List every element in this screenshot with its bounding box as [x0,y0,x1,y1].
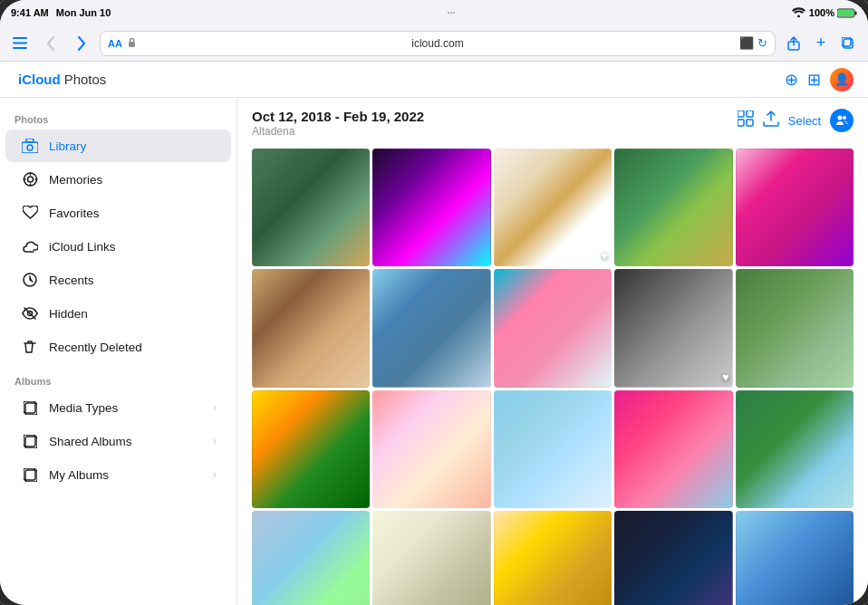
svg-rect-6 [13,47,27,49]
sidebar-item-library[interactable]: Library [5,130,231,162]
icloud-logo: iCloud Photos [14,72,106,87]
my-albums-icon [20,465,40,485]
photo-cell-19[interactable] [614,511,732,605]
media-types-label: Media Types [49,401,118,415]
svg-rect-5 [13,43,27,44]
forward-button[interactable] [69,31,94,56]
photos-label: Photos [64,72,107,87]
photo-cell-14[interactable] [614,390,732,508]
photo-cell-12[interactable] [372,390,490,508]
people-icon[interactable] [830,109,854,132]
svg-rect-11 [22,142,38,153]
photo-cell-11[interactable] [252,390,370,508]
avatar-icon[interactable]: 👤 [830,68,854,91]
svg-point-0 [797,14,800,17]
back-button[interactable] [38,31,63,56]
status-date: Mon Jun 10 [56,7,111,18]
location-label: Altadena [252,125,424,138]
memories-label: Memories [49,173,102,187]
svg-rect-7 [129,42,135,47]
select-button[interactable]: Select [788,114,821,128]
svg-rect-2 [854,12,856,15]
favorites-icon [20,203,40,223]
photo-cell-4[interactable] [614,149,732,266]
tabs-button[interactable] [835,31,861,56]
recents-icon [20,270,40,290]
sidebar-item-media-types[interactable]: Media Types › [5,391,231,424]
sidebar-toggle-button[interactable] [7,31,33,56]
photo-cell-1[interactable] [252,149,370,266]
svg-point-13 [27,145,33,150]
address-text: icloud.com [140,37,736,50]
photo-cell-13[interactable] [494,390,612,508]
hidden-icon [20,303,40,323]
sidebar-item-shared-albums[interactable]: Shared Albums › [5,425,231,457]
device-frame: 9:41 AM Mon Jun 10 ··· 100% AA [0,0,868,605]
share-button[interactable] [781,31,806,56]
wifi-icon [792,7,805,19]
sidebar-item-recently-deleted[interactable]: Recently Deleted [5,331,231,363]
shared-albums-chevron: › [213,435,217,447]
add-button[interactable]: + [808,31,834,56]
photo-cell-6[interactable] [252,269,370,387]
svg-rect-12 [26,139,34,142]
svg-point-30 [843,116,846,120]
grid-size-icon[interactable] [738,110,754,130]
refresh-icon[interactable]: ↻ [757,36,767,50]
photo-cell-10[interactable] [736,269,854,387]
photo-cell-20[interactable] [736,511,854,605]
content-header: Oct 12, 2018 - Feb 19, 2022 Altadena Sel… [252,109,854,138]
photo-cell-17[interactable] [372,511,490,605]
photo-cell-2[interactable] [372,149,490,266]
icloud-label: iCloud [18,72,61,87]
icloud-header: iCloud Photos ⊕ ⊞ 👤 [0,62,868,98]
albums-section-label: Albums [0,370,236,390]
browser-toolbar: AA icloud.com ⬛ ↻ + [0,25,868,62]
content-toolbar: Select [738,109,854,132]
grid-view-icon[interactable]: ⊞ [807,70,821,90]
sidebar-item-recents[interactable]: Recents [5,264,231,296]
shared-albums-label: Shared Albums [49,435,132,448]
address-bar[interactable]: AA icloud.com ⬛ ↻ [100,31,776,56]
hidden-label: Hidden [49,307,88,321]
svg-rect-4 [13,37,27,39]
upload-icon[interactable] [763,110,779,130]
recently-deleted-label: Recently Deleted [49,341,142,354]
memories-icon [20,169,40,189]
photo-cell-15[interactable] [736,390,854,508]
photo-grid: ♥♥HDR [252,149,854,605]
sidebar-item-hidden[interactable]: Hidden [5,297,231,330]
sidebar: Photos Library Memories Favorites [0,98,237,605]
my-albums-label: My Albums [49,468,109,482]
photo-cell-18[interactable] [494,511,612,605]
favorites-label: Favorites [49,206,100,220]
sidebar-item-memories[interactable]: Memories [5,163,231,196]
photo-cell-3[interactable]: ♥ [494,149,612,266]
share-icon[interactable]: ⬛ [739,36,754,50]
photo-cell-16[interactable] [252,511,370,605]
icloud-links-label: iCloud Links [49,240,116,254]
library-label: Library [49,139,86,153]
media-types-chevron: › [213,401,217,414]
photo-library-content: Oct 12, 2018 - Feb 19, 2022 Altadena Sel… [237,98,868,605]
svg-rect-25 [738,110,744,117]
aa-label[interactable]: AA [108,38,122,49]
photo-cell-9[interactable]: ♥ [614,269,732,387]
status-bar: 9:41 AM Mon Jun 10 ··· 100% [0,0,868,25]
svg-rect-3 [838,10,854,16]
photo-cell-8[interactable] [494,269,612,387]
sidebar-item-my-albums[interactable]: My Albums › [5,458,231,491]
date-range: Oct 12, 2018 - Feb 19, 2022 [252,109,424,124]
status-time: 9:41 AM [11,7,49,18]
svg-point-15 [27,177,33,182]
sidebar-item-icloud-links[interactable]: iCloud Links [5,230,231,263]
recents-label: Recents [49,274,94,287]
battery-icon: 100% [809,7,857,19]
photo-cell-7[interactable] [372,269,490,387]
photo-cell-5[interactable] [736,149,854,266]
svg-point-29 [838,116,843,120]
add-photo-icon[interactable]: ⊕ [785,70,798,90]
main-layout: Photos Library Memories Favorites [0,98,868,605]
photos-section-label: Photos [0,109,236,129]
sidebar-item-favorites[interactable]: Favorites [5,197,231,229]
